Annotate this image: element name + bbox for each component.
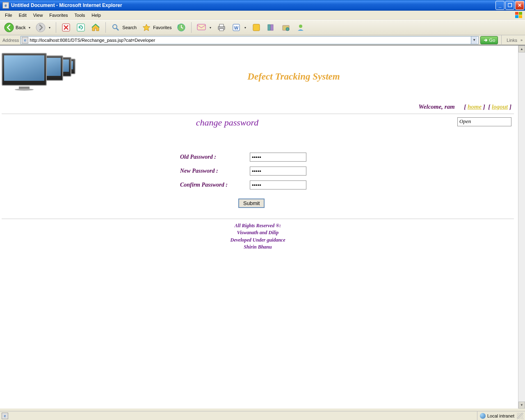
history-button[interactable] <box>175 22 188 33</box>
stop-button[interactable] <box>59 22 73 33</box>
new-password-label: New Password : <box>180 168 250 174</box>
home-link[interactable]: home <box>468 103 482 110</box>
status-bar: e Local intranet <box>0 411 525 420</box>
maximize-button[interactable]: ❐ <box>505 1 514 10</box>
chevron-right-icon: » <box>520 38 523 42</box>
discuss-icon <box>251 23 261 32</box>
svg-rect-11 <box>197 24 205 30</box>
titlebar: e Untitled Document - Microsoft Internet… <box>0 0 525 11</box>
svg-text:W: W <box>234 25 239 30</box>
old-password-input[interactable] <box>250 153 306 162</box>
confirm-password-input[interactable] <box>250 180 306 189</box>
svg-rect-13 <box>219 24 224 27</box>
svg-rect-14 <box>219 29 224 31</box>
page-icon: e <box>22 37 28 43</box>
section-title: change password <box>100 117 354 128</box>
svg-point-21 <box>286 27 289 31</box>
messenger-button[interactable] <box>294 22 307 33</box>
logout-link[interactable]: logout <box>492 103 508 110</box>
home-icon <box>91 23 100 32</box>
research-button[interactable] <box>265 22 278 33</box>
zone-label: Local intranet <box>487 413 514 418</box>
go-button[interactable]: Go <box>480 36 498 44</box>
content-area: Defect Tracking System Welcome, ram [ ho… <box>0 45 525 409</box>
edit-button[interactable]: W ▼ <box>230 22 248 33</box>
chevron-down-icon: ▼ <box>48 26 51 29</box>
back-button[interactable]: Back ▼ <box>2 22 32 33</box>
address-dropdown[interactable]: ▼ <box>471 37 477 44</box>
forward-icon <box>36 23 46 32</box>
go-arrow-icon <box>483 38 488 43</box>
research-icon <box>266 23 276 32</box>
menu-view[interactable]: View <box>30 12 46 18</box>
vertical-scrollbar[interactable]: ▲ ▼ <box>518 46 525 409</box>
scroll-down-icon[interactable]: ▼ <box>518 402 525 409</box>
discuss-button[interactable] <box>250 22 263 33</box>
minimize-button[interactable]: _ <box>495 1 504 10</box>
new-password-input[interactable] <box>250 167 306 176</box>
svg-point-22 <box>299 25 302 28</box>
divider <box>2 219 514 219</box>
page-icon: e <box>2 413 8 419</box>
submit-button[interactable]: Submit <box>238 199 265 208</box>
search-button[interactable]: Search <box>109 22 138 33</box>
resize-grip[interactable] <box>517 413 523 419</box>
ie-icon: e <box>2 2 9 9</box>
globe-icon <box>480 413 486 419</box>
security-zone[interactable]: Local intranet <box>477 411 517 420</box>
change-password-form: Old Password : New Password : Confirm Pa… <box>180 153 514 189</box>
svg-point-4 <box>5 23 14 32</box>
svg-rect-17 <box>253 24 260 31</box>
toolbar: Back ▼ ▼ Search Favorites <box>0 20 525 35</box>
home-button[interactable] <box>89 22 102 33</box>
monitors-logo <box>2 53 73 96</box>
refresh-button[interactable] <box>74 22 87 33</box>
footer-line-4: Shirin Bhanu <box>2 244 514 251</box>
svg-rect-1 <box>519 12 522 15</box>
confirm-password-label: Confirm Password : <box>180 182 250 188</box>
menu-edit[interactable]: Edit <box>16 12 30 18</box>
address-input[interactable]: e http://localhost:8081/DTS/Recchange_pa… <box>21 36 478 44</box>
address-bar: Address e http://localhost:8081/DTS/Recc… <box>0 35 525 45</box>
app-title: Defect Tracking System <box>73 49 514 82</box>
folder-sync-icon <box>281 23 291 32</box>
scroll-up-icon[interactable]: ▲ <box>518 46 525 52</box>
welcome-row: Welcome, ram [ home ] [ logout ] <box>2 103 514 110</box>
star-icon <box>142 23 151 32</box>
svg-rect-18 <box>268 25 270 30</box>
forward-button[interactable]: ▼ <box>34 22 52 33</box>
stop-icon <box>61 23 71 32</box>
history-icon <box>176 23 186 32</box>
chevron-down-icon: ▼ <box>244 26 247 29</box>
menu-tools[interactable]: Tools <box>71 12 89 18</box>
divider <box>2 114 514 114</box>
svg-point-8 <box>113 25 117 29</box>
footer-line-2: Viswanath and Dilip <box>2 229 514 236</box>
mail-icon <box>196 23 206 32</box>
messenger-icon <box>296 23 306 32</box>
svg-line-9 <box>116 28 119 30</box>
search-icon <box>111 23 121 32</box>
footer: All Rights Reserved ®: Viswanath and Dil… <box>2 222 514 251</box>
status-dropdown[interactable]: Open <box>457 117 511 126</box>
windows-flag-icon <box>514 11 523 19</box>
svg-point-5 <box>36 23 45 32</box>
menu-file[interactable]: File <box>2 12 16 18</box>
back-icon <box>4 23 14 32</box>
menubar: File Edit View Favorites Tools Help <box>0 11 525 20</box>
close-button[interactable]: ✕ <box>515 1 524 10</box>
menu-help[interactable]: Help <box>88 12 104 18</box>
welcome-prefix: Welcome, <box>419 103 445 110</box>
mail-button[interactable]: ▼ <box>195 22 213 33</box>
welcome-user: ram <box>445 103 455 110</box>
chevron-down-icon: ▼ <box>209 26 212 29</box>
print-button[interactable] <box>215 22 228 33</box>
svg-rect-3 <box>519 15 522 18</box>
favorites-button[interactable]: Favorites <box>140 22 173 33</box>
footer-line-1: All Rights Reserved ®: <box>2 222 514 229</box>
svg-rect-2 <box>515 15 518 18</box>
footer-line-3: Developed Under guidance <box>2 237 514 244</box>
links-label[interactable]: Links <box>505 38 519 43</box>
extra-button-1[interactable] <box>279 22 292 33</box>
menu-favorites[interactable]: Favorites <box>46 12 71 18</box>
